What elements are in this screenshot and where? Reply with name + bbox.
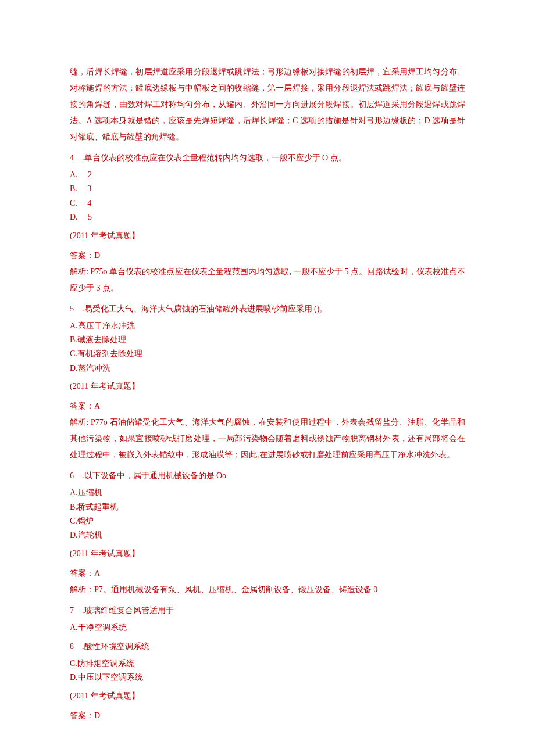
q7-option-a: A.干净空调系统 [70,621,465,634]
q5-source-tag: (2011 年考试真题】 [70,378,465,395]
intro-paragraph: 缝，后焊长焊缝，初层焊道应采用分段退焊或跳焊法；弓形边缘板对接焊缝的初层焊，宜采… [70,64,465,145]
q7-option-c: C.防排烟空调系统 [70,657,465,670]
q4-option-d: D. 5 [70,211,465,224]
q6-stem: 6 .以下设备中，属于通用机械设备的是 Oo [70,468,465,484]
q5-option-a: A.高压干净水冲洗 [70,320,465,332]
q4-option-b: B. 3 [70,182,465,195]
q5-analysis: 解析: P77o 石油储罐受化工大气、海洋大气的腐蚀，在安装和使用过程中，外表会… [70,414,465,463]
q6-answer: 答案：A [70,565,465,582]
q5-stem: 5 .易受化工大气、海洋大气腐蚀的石油储罐外表进展喷砂前应采用 ()。 [70,301,465,317]
q6-option-b: B.桥式起重机 [70,501,465,514]
q6-option-c: C.锅炉 [70,515,465,528]
q5-option-d: D.蒸汽冲洗 [70,362,465,375]
q7-source-tag: (2011 年考试真题】 [70,688,465,704]
q4-source-tag: (2011 年考试真题】 [70,228,465,244]
q4-analysis: 解析: P75o 单台仪表的校准点应在仪表全量程范围内均匀选取, 一般不应少于 … [70,264,465,296]
q4-option-c: C. 4 [70,197,465,210]
q7-option-b: 8 .酸性环境空调系统 [70,639,465,655]
q6-source-tag: (2011 年考试真题】 [70,546,465,562]
q4-option-a: A. 2 [70,169,465,181]
q7-answer: 答案：D [70,708,465,724]
q6-option-d: D.汽轮机 [70,529,465,542]
q6-analysis: 解析：P7。通用机械设备有泵、风机、压缩机、金属切削设备、锻压设备、铸造设备 0 [70,582,465,598]
q5-option-c: C.有机溶剂去除处理 [70,347,465,360]
q6-option-a: A.压缩机 [70,486,465,499]
q7-stem: 7 .玻璃纤维复合风管适用于 [70,603,465,619]
q5-answer: 答案：A [70,398,465,414]
q5-option-b: B.碱液去除处理 [70,334,465,346]
document-page: 缝，后焊长焊缝，初层焊道应采用分段退焊或跳焊法；弓形边缘板对接焊缝的初层焊，宜采… [0,0,535,756]
q4-stem: 4 .单台仪表的校准点应在仪表全量程范转内均匀选取，一般不应少于 O 点。 [70,150,465,166]
q7-option-d: D.中压以下空调系统 [70,671,465,684]
q4-answer: 答案：D [70,248,465,264]
